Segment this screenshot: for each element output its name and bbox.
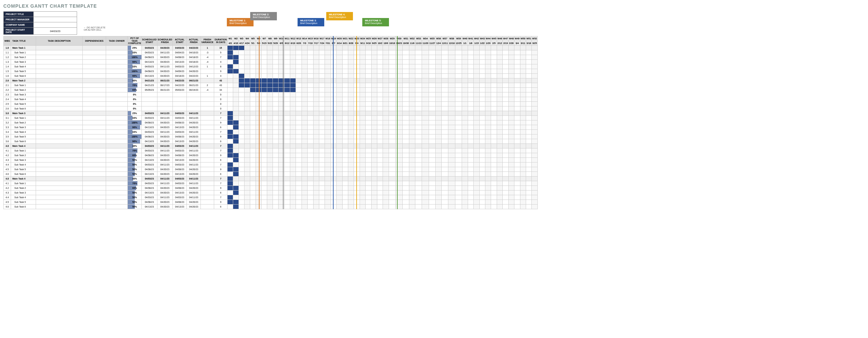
task-title-cell[interactable]: Main Task 2 [11,79,36,83]
input-project-manager[interactable] [34,17,77,22]
task-title-cell[interactable]: Sub Task 2 [11,120,36,125]
main-task-row[interactable]: 3.0Main Task 325%04/03/2304/11/2304/03/2… [4,111,538,116]
task-title-cell[interactable]: Sub Task 6 [11,205,36,209]
task-title-cell[interactable]: Sub Task 5 [11,167,36,172]
sub-task-row[interactable]: 4.2Sub Task 260%04/08/2304/20/2304/08/23… [4,153,538,158]
pct-complete-cell[interactable]: 60% [128,186,142,190]
task-title-cell[interactable]: Sub Task 5 [11,102,36,106]
sub-task-row[interactable]: 2.1Sub Task 170%04/21/2306/17/2304/22/23… [4,83,538,88]
sub-task-row[interactable]: 1.1Sub Task 133%04/03/2304/11/2304/04/23… [4,51,538,55]
task-title-cell[interactable]: Sub Task 3 [11,158,36,162]
sub-task-row[interactable]: 1.3Sub Task 390%04/13/2304/20/2304/13/23… [4,60,538,64]
pct-complete-cell[interactable]: 50% [128,158,142,162]
pct-complete-cell[interactable]: 90% [128,60,142,64]
task-title-cell[interactable]: Sub Task 6 [11,106,36,111]
sub-task-row[interactable]: 2.3Sub Task 30%0 [4,92,538,97]
main-task-row[interactable]: 1.0Main Task 125%04/03/2304/20/2304/03/2… [4,46,538,51]
sub-task-row[interactable]: 1.6Sub Task 690%04/13/2304/20/2304/18/23… [4,74,538,79]
pct-complete-cell[interactable]: 33% [128,51,142,55]
pct-complete-cell[interactable]: 90% [128,74,142,79]
input-start-date[interactable]: 04/03/23 [34,28,77,35]
task-title-cell[interactable]: Sub Task 4 [11,97,36,102]
pct-complete-cell[interactable]: 50% [128,195,142,200]
pct-complete-cell[interactable]: 0% [128,102,142,106]
sub-task-row[interactable]: 4.3Sub Task 350%04/13/2304/20/2304/13/23… [4,190,538,195]
sub-task-row[interactable]: 3.3Sub Task 390%04/13/2304/20/2304/13/23… [4,125,538,130]
pct-complete-cell[interactable]: 70% [128,149,142,153]
task-title-cell[interactable]: Sub Task 2 [11,153,36,158]
pct-complete-cell[interactable]: 100% [128,69,142,74]
sub-task-row[interactable]: 3.2Sub Task 2100%04/08/2304/20/2304/08/2… [4,120,538,125]
sub-task-row[interactable]: 1.5Sub Task 5100%04/08/2304/20/2304/09/2… [4,69,538,74]
sub-task-row[interactable]: 3.1Sub Task 133%04/03/2304/11/2304/03/23… [4,116,538,120]
pct-complete-cell[interactable]: 40% [128,79,142,83]
pct-complete-cell[interactable]: 40% [128,144,142,149]
task-title-cell[interactable]: Sub Task 3 [11,92,36,97]
sub-task-row[interactable]: 4.3Sub Task 350%04/13/2304/20/2304/13/23… [4,158,538,162]
pct-complete-cell[interactable]: 33% [128,130,142,134]
task-title-cell[interactable]: Sub Task 4 [11,130,36,134]
task-title-cell[interactable]: Main Task 3 [11,111,36,116]
pct-complete-cell[interactable]: 90% [128,125,142,130]
sub-task-row[interactable]: 3.6Sub Task 690%04/13/2304/20/2304/13/23… [4,139,538,144]
task-title-cell[interactable]: Sub Task 6 [11,139,36,144]
pct-complete-cell[interactable]: 33% [128,116,142,120]
pct-complete-cell[interactable]: 33% [128,64,142,69]
task-title-cell[interactable]: Sub Task 3 [11,190,36,195]
sub-task-row[interactable]: 2.6Sub Task 60%0 [4,106,538,111]
task-title-cell[interactable]: Sub Task 3 [11,60,36,64]
task-title-cell[interactable]: Sub Task 2 [11,88,36,92]
sub-task-row[interactable]: 4.2Sub Task 260%04/08/2304/20/2304/08/23… [4,186,538,190]
task-title-cell[interactable]: Sub Task 3 [11,125,36,130]
task-title-cell[interactable]: Sub Task 1 [11,181,36,186]
task-title-cell[interactable]: Sub Task 1 [11,51,36,55]
sub-task-row[interactable]: 1.2Sub Task 2100%04/08/2304/20/2304/08/2… [4,55,538,60]
sub-task-row[interactable]: 4.5Sub Task 550%04/08/2304/20/2304/08/23… [4,167,538,172]
task-title-cell[interactable]: Sub Task 6 [11,172,36,177]
main-task-row[interactable]: 4.0Main Task 440%04/03/2304/11/2304/03/2… [4,177,538,181]
task-title-cell[interactable]: Sub Task 6 [11,74,36,79]
input-company-name[interactable] [34,22,77,28]
pct-complete-cell[interactable]: 40% [128,177,142,181]
sub-task-row[interactable]: 4.1Sub Task 170%04/03/2304/11/2304/03/23… [4,149,538,153]
task-title-cell[interactable]: Main Task 4 [11,144,36,149]
task-title-cell[interactable]: Sub Task 5 [11,69,36,74]
sub-task-row[interactable]: 4.1Sub Task 170%04/03/2304/11/2304/03/23… [4,181,538,186]
sub-task-row[interactable]: 3.5Sub Task 5100%04/08/2304/20/2304/08/2… [4,134,538,139]
task-title-cell[interactable]: Sub Task 1 [11,116,36,120]
task-title-cell[interactable]: Main Task 4 [11,177,36,181]
task-title-cell[interactable]: Sub Task 1 [11,83,36,88]
task-title-cell[interactable]: Sub Task 5 [11,134,36,139]
task-title-cell[interactable]: Sub Task 4 [11,195,36,200]
pct-complete-cell[interactable]: 70% [128,83,142,88]
pct-complete-cell[interactable]: 0% [128,97,142,102]
pct-complete-cell[interactable]: 50% [128,190,142,195]
pct-complete-cell[interactable]: 60% [128,153,142,158]
pct-complete-cell[interactable]: 50% [128,172,142,177]
pct-complete-cell[interactable]: 100% [128,120,142,125]
sub-task-row[interactable]: 4.4Sub Task 450%04/03/2304/11/2304/03/23… [4,162,538,167]
sub-task-row[interactable]: 4.5Sub Task 550%04/08/2304/20/2304/08/23… [4,200,538,205]
pct-complete-cell[interactable]: 100% [128,55,142,60]
input-project-title[interactable] [34,12,77,17]
pct-complete-cell[interactable]: 0% [128,92,142,97]
pct-complete-cell[interactable]: 50% [128,200,142,205]
sub-task-row[interactable]: 2.2Sub Task 260%05/05/2306/21/2305/03/23… [4,88,538,92]
pct-complete-cell[interactable]: 90% [128,139,142,144]
pct-complete-cell[interactable]: 25% [128,46,142,51]
task-title-cell[interactable]: Sub Task 2 [11,186,36,190]
task-title-cell[interactable]: Sub Task 1 [11,149,36,153]
pct-complete-cell[interactable]: 25% [128,111,142,116]
pct-complete-cell[interactable]: 70% [128,181,142,186]
pct-complete-cell[interactable]: 0% [128,106,142,111]
sub-task-row[interactable]: 2.5Sub Task 50%0 [4,102,538,106]
task-title-cell[interactable]: Sub Task 5 [11,200,36,205]
main-task-row[interactable]: 4.0Main Task 440%04/03/2304/11/2304/03/2… [4,144,538,149]
main-task-row[interactable]: 2.0Main Task 240%04/21/2306/21/2304/22/2… [4,79,538,83]
pct-complete-cell[interactable]: 60% [128,88,142,92]
sub-task-row[interactable]: 4.6Sub Task 650%04/13/2304/20/2304/13/23… [4,172,538,177]
sub-task-row[interactable]: 4.4Sub Task 450%04/03/2304/11/2304/03/23… [4,195,538,200]
sub-task-row[interactable]: 2.4Sub Task 40%0 [4,97,538,102]
task-title-cell[interactable]: Sub Task 4 [11,162,36,167]
task-title-cell[interactable]: Main Task 1 [11,46,36,51]
